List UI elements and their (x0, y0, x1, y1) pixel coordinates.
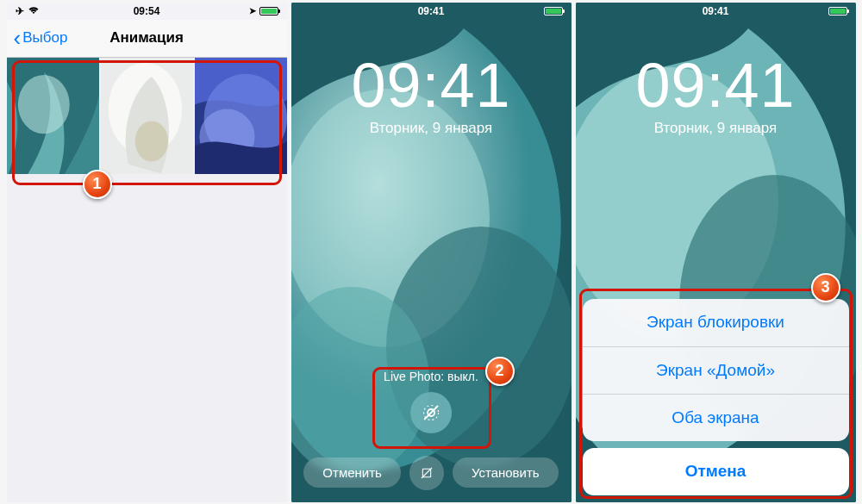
action-sheet-cancel-button[interactable]: Отмена (583, 448, 849, 495)
lock-time: 09:41 (291, 54, 572, 116)
svg-point-1 (17, 74, 69, 133)
battery-icon (259, 7, 278, 16)
back-label: Выбор (22, 29, 67, 47)
perspective-zoom-button[interactable] (409, 456, 444, 490)
set-lock-screen-option[interactable]: Экран блокировки (583, 299, 849, 346)
lock-date: Вторник, 9 января (291, 120, 572, 137)
chevron-left-icon: ‹ (14, 33, 22, 44)
battery-icon (544, 7, 563, 16)
wallpaper-thumb-3[interactable] (195, 58, 287, 174)
annotation-badge-3: 3 (811, 273, 840, 302)
back-button[interactable]: ‹ Выбор (14, 29, 68, 47)
action-sheet: Экран блокировки Экран «Домой» Оба экран… (583, 299, 849, 495)
phone-screen-3: 09:41 09:41 Вторник, 9 января Экран блок… (576, 3, 856, 502)
set-both-option[interactable]: Оба экрана (583, 394, 849, 441)
phone-screen-2: 09:41 09:41 Вторник, 9 января Live Photo… (291, 3, 572, 502)
set-button[interactable]: Установить (453, 457, 559, 488)
live-photo-toggle-button[interactable] (410, 392, 452, 433)
lock-screen-clock: 09:41 Вторник, 9 января (291, 54, 572, 137)
status-bar: 09:41 (576, 3, 856, 20)
status-time: 09:41 (291, 5, 572, 17)
nav-bar: ‹ Выбор Анимация (7, 20, 287, 58)
svg-point-4 (134, 121, 168, 161)
status-time: 09:41 (576, 5, 856, 17)
live-photo-label: Live Photo: выкл. (384, 370, 478, 383)
live-photo-control: Live Photo: выкл. (384, 370, 478, 433)
action-sheet-group: Экран блокировки Экран «Домой» Оба экран… (583, 299, 849, 441)
wallpaper-picker-body (7, 58, 287, 502)
wallpaper-preview-toolbar: Отменить Установить (291, 456, 572, 490)
wallpaper-thumb-1[interactable] (7, 58, 99, 174)
annotation-badge-1: 1 (83, 170, 112, 199)
set-home-screen-option[interactable]: Экран «Домой» (583, 346, 849, 394)
wallpaper-thumb-2[interactable] (101, 58, 193, 174)
battery-icon (828, 7, 847, 16)
annotation-badge-2: 2 (485, 357, 515, 386)
page-title: Анимация (109, 29, 184, 47)
status-bar: 09:41 (291, 3, 572, 20)
phone-screen-1: ✈ 09:54 ➤ ‹ Выбор Анимация (7, 3, 287, 502)
live-photo-off-icon (421, 402, 441, 423)
cancel-button[interactable]: Отменить (303, 457, 401, 488)
status-bar: ✈ 09:54 ➤ (7, 3, 287, 20)
perspective-off-icon (420, 466, 434, 480)
status-time: 09:54 (7, 5, 287, 17)
